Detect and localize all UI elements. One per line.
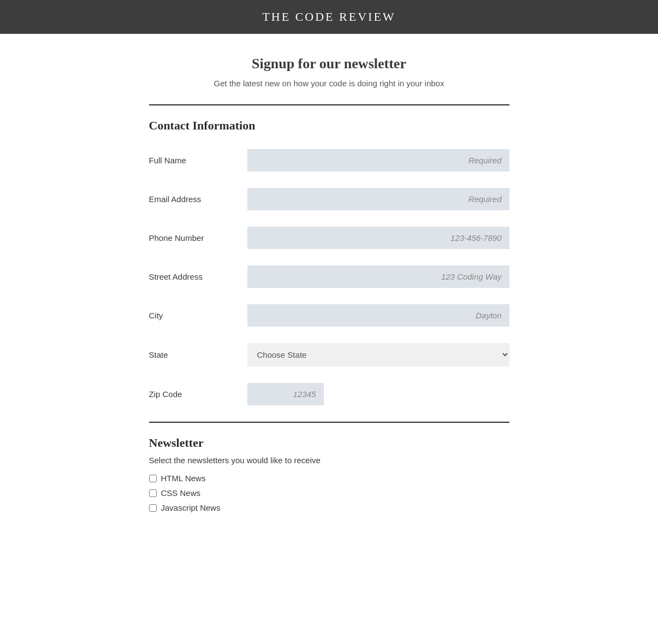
- site-title: THE CODE REVIEW: [0, 10, 658, 24]
- css-news-label: CSS News: [161, 488, 201, 498]
- phone-label: Phone Number: [149, 233, 247, 243]
- full-name-row: Full Name: [149, 149, 509, 172]
- state-label: State: [149, 350, 247, 359]
- html-news-checkbox[interactable]: [149, 475, 157, 482]
- css-news-checkbox[interactable]: [149, 489, 157, 497]
- checkbox-row-css: CSS News: [149, 488, 509, 498]
- city-label: City: [149, 311, 247, 320]
- email-input[interactable]: [247, 188, 509, 210]
- page-subtitle: Get the latest new on how your code is d…: [149, 79, 509, 88]
- checkbox-row-javascript: Javascript News: [149, 503, 509, 512]
- newsletter-subtitle: Select the newsletters you would like to…: [149, 456, 509, 465]
- full-name-input[interactable]: [247, 149, 509, 172]
- site-header: THE CODE REVIEW: [0, 0, 658, 34]
- checkbox-row-html: HTML News: [149, 474, 509, 483]
- email-row: Email Address: [149, 188, 509, 210]
- zip-label: Zip Code: [149, 389, 247, 399]
- state-select[interactable]: Choose StateAlabamaAlaskaArizonaArkansas…: [247, 343, 509, 367]
- main-content: Signup for our newsletter Get the latest…: [138, 34, 520, 551]
- phone-row: Phone Number: [149, 227, 509, 249]
- javascript-news-checkbox[interactable]: [149, 504, 157, 512]
- full-name-label: Full Name: [149, 156, 247, 165]
- newsletter-section: Newsletter Select the newsletters you wo…: [149, 436, 509, 512]
- section-divider: [149, 422, 509, 423]
- top-divider: [149, 104, 509, 105]
- newsletter-section-title: Newsletter: [149, 436, 509, 450]
- street-address-row: Street Address: [149, 265, 509, 288]
- street-address-label: Street Address: [149, 272, 247, 281]
- html-news-label: HTML News: [161, 474, 206, 483]
- city-row: City: [149, 304, 509, 327]
- zip-input[interactable]: [247, 383, 324, 405]
- javascript-news-label: Javascript News: [161, 503, 221, 512]
- phone-input[interactable]: [247, 227, 509, 249]
- city-input[interactable]: [247, 304, 509, 327]
- page-title: Signup for our newsletter: [149, 56, 509, 72]
- contact-section-title: Contact Information: [149, 119, 509, 133]
- street-address-input[interactable]: [247, 265, 509, 288]
- email-label: Email Address: [149, 194, 247, 204]
- state-row: State Choose StateAlabamaAlaskaArizonaAr…: [149, 343, 509, 367]
- zip-row: Zip Code: [149, 383, 509, 405]
